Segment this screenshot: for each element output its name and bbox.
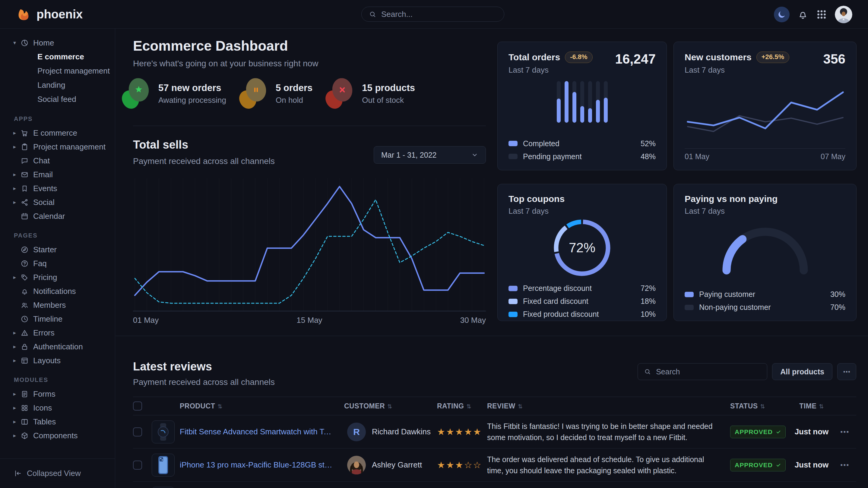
sidebar-item-label: Project management <box>33 142 105 152</box>
product-link[interactable]: Fitbit Sense Advanced Smartwatch with To… <box>180 427 344 436</box>
sidebar-item-authentication[interactable]: ▸Authentication <box>0 340 115 354</box>
trend-badge: +26.5% <box>756 52 789 63</box>
sidebar-item-calendar[interactable]: Calendar <box>0 209 115 223</box>
section-label-apps: APPS <box>14 116 115 122</box>
sidebar-item-e-commerce[interactable]: ▸E commerce <box>0 126 115 140</box>
sidebar-item-home[interactable]: ▾Home <box>0 36 115 50</box>
sidebar-item-pricing[interactable]: ▸Pricing <box>0 270 115 284</box>
card-title: Paying vs non paying <box>685 194 845 204</box>
review-time: Just now <box>790 427 833 436</box>
all-products-button[interactable]: All products <box>772 363 832 380</box>
legend-label: Pending payment <box>523 152 582 161</box>
sort-icon[interactable]: ⇅ <box>760 403 765 410</box>
caret-icon: ▸ <box>13 143 21 150</box>
column-header-time[interactable]: TIME⇅ <box>790 402 833 410</box>
icons-grid-icon <box>21 404 29 412</box>
legend-row-pending-payment: Pending payment48% <box>508 152 656 161</box>
row-checkbox[interactable] <box>133 427 142 436</box>
sidebar-subitem-social-feed[interactable]: Social feed <box>0 92 115 106</box>
sort-icon[interactable]: ⇅ <box>466 403 471 410</box>
product-thumbnail[interactable] <box>152 454 175 477</box>
row-menu-button[interactable]: ⋯ <box>833 426 856 437</box>
sidebar-item-notifications[interactable]: Notifications <box>0 284 115 298</box>
sidebar-item-faq[interactable]: Faq <box>0 257 115 270</box>
grid-icon <box>816 9 827 20</box>
column-header-customer[interactable]: CUSTOMER⇅ <box>344 402 435 410</box>
column-header-review[interactable]: REVIEW⇅ <box>480 402 730 410</box>
sidebar-item-errors[interactable]: ▸Errors <box>0 326 115 340</box>
column-header-status[interactable]: STATUS⇅ <box>730 402 790 410</box>
customer-avatar-photo <box>347 456 366 475</box>
caret-icon: ▸ <box>13 199 21 205</box>
table-row: Fitbit Sense Advanced Smartwatch with To… <box>133 415 856 449</box>
page-title: Ecommerce Dashboard <box>133 38 288 54</box>
stat-caption: Out of stock <box>362 96 415 105</box>
row-menu-button[interactable]: ⋯ <box>833 460 856 470</box>
sidebar-item-forms[interactable]: ▸Forms <box>0 387 115 401</box>
apps-grid-button[interactable] <box>816 9 827 20</box>
user-avatar[interactable] <box>835 6 852 23</box>
sort-icon[interactable]: ⇅ <box>518 403 523 410</box>
sidebar-item-project-management[interactable]: ▸Project management <box>0 140 115 154</box>
brand[interactable]: phoenix <box>16 0 83 29</box>
layout-icon <box>21 357 29 365</box>
sidebar-item-icons[interactable]: ▸Icons <box>0 401 115 415</box>
sidebar-item-layouts[interactable]: ▸Layouts <box>0 354 115 367</box>
column-header-rating[interactable]: RATING⇅ <box>435 402 480 410</box>
sidebar-subitem-landing[interactable]: Landing <box>0 78 115 92</box>
sort-icon[interactable]: ⇅ <box>387 403 392 410</box>
x-tick-label: 01 May <box>133 316 159 325</box>
global-search[interactable] <box>361 7 504 22</box>
product-link[interactable]: iPhone 13 pro max-Pacific Blue-128GB sto… <box>180 460 344 469</box>
legend-label: Percentage discount <box>523 284 592 293</box>
column-header-product[interactable]: PRODUCT⇅ <box>180 402 344 410</box>
collapsed-view-toggle[interactable]: Collapsed View <box>0 458 115 488</box>
legend-row-fixed-card-discount: Fixed card discount18% <box>508 297 656 306</box>
reviews-search-input[interactable] <box>655 367 761 377</box>
customer-name: Richard Dawkins <box>372 427 431 436</box>
sort-icon[interactable]: ⇅ <box>217 403 222 410</box>
bar-track <box>565 81 568 123</box>
sidebar-item-social[interactable]: ▸Social <box>0 195 115 209</box>
product-thumbnail[interactable] <box>152 421 175 444</box>
sidebar-subitem-project-management[interactable]: Project management <box>0 64 115 78</box>
sidebar-subitem-e-commerce[interactable]: E commerce <box>0 50 115 64</box>
sidebar-item-members[interactable]: Members <box>0 298 115 312</box>
sidebar-item-chat[interactable]: Chat <box>0 154 115 168</box>
reviews-search[interactable] <box>638 363 767 380</box>
sidebar-item-starter[interactable]: Starter <box>0 242 115 257</box>
sort-icon[interactable]: ⇅ <box>819 403 824 410</box>
reviews-more-button[interactable]: ⋯ <box>837 363 856 380</box>
row-checkbox[interactable] <box>133 461 142 469</box>
sidebar-item-events[interactable]: ▸Events <box>0 182 115 195</box>
stat-item-out-of-stock: 15 productsOut of stock <box>325 77 415 110</box>
sidebar-item-tables[interactable]: ▸Tables <box>0 415 115 429</box>
theme-toggle-button[interactable] <box>774 7 789 22</box>
total-sells-svg <box>133 176 486 312</box>
customer-cell: Ashley Garrett <box>344 456 435 475</box>
table-icon <box>21 418 29 426</box>
sidebar-item-label: Timeline <box>33 314 62 324</box>
search-icon <box>644 368 651 375</box>
caret-icon: ▸ <box>13 329 21 336</box>
gauge-value <box>726 239 743 270</box>
question-circle-icon <box>21 260 29 268</box>
paying-gauge-chart <box>715 220 815 278</box>
sidebar-item-email[interactable]: ▸Email <box>0 168 115 182</box>
date-range-select[interactable]: Mar 1 - 31, 2022 <box>374 146 486 164</box>
legend-label: Completed <box>523 139 559 148</box>
select-all-checkbox[interactable] <box>133 401 142 411</box>
legend-swatch <box>508 154 518 159</box>
notifications-button[interactable] <box>798 9 808 20</box>
donut-center-value: 72% <box>550 216 614 280</box>
product-thumbnail[interactable] <box>152 487 175 488</box>
stat-caption: Awating processing <box>158 96 226 105</box>
sidebar-item-timeline[interactable]: Timeline <box>0 312 115 326</box>
sidebar-item-label: Members <box>33 300 66 310</box>
status-label: APPROVED <box>735 461 773 469</box>
global-search-input[interactable] <box>381 9 497 19</box>
customer-avatar <box>347 456 366 475</box>
table-row: iPhone 13 pro max-Pacific Blue-128GB sto… <box>133 449 856 482</box>
sidebar-item-components[interactable]: ▸Components <box>0 429 115 443</box>
sidebar-item-label: Errors <box>33 328 55 337</box>
